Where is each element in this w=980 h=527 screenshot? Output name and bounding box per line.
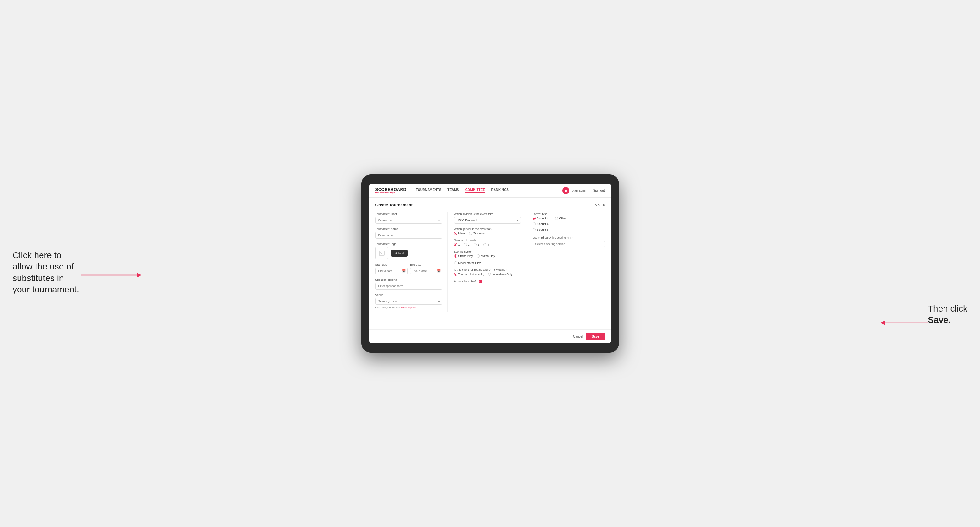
sign-out-link[interactable]: Sign out <box>593 189 605 192</box>
format-6count4-radio[interactable] <box>533 222 536 225</box>
logo-upload-area: Upload <box>375 247 442 259</box>
form-col-left: Tournament Host Tournament name Tourname… <box>375 212 448 313</box>
tournament-host-input[interactable] <box>375 217 442 224</box>
form-col-right: Format type 5 count 4 Other <box>533 212 605 313</box>
nav-tournaments[interactable]: TOURNAMENTS <box>416 188 441 193</box>
tournament-name-label: Tournament name <box>375 227 442 230</box>
nav-teams[interactable]: TEAMS <box>447 188 459 193</box>
logo-placeholder <box>375 247 388 259</box>
gender-womens[interactable]: Womens <box>469 232 485 235</box>
gender-label: Which gender is the event for? <box>454 227 521 230</box>
individuals-radio[interactable] <box>488 273 491 276</box>
format-6count4[interactable]: 6 count 4 <box>533 222 605 225</box>
cancel-button[interactable]: Cancel <box>573 335 583 338</box>
teams-radio[interactable] <box>454 273 457 276</box>
sponsor-input[interactable] <box>375 283 442 290</box>
rounds-1[interactable]: 1 <box>454 243 460 246</box>
page-title: Create Tournament <box>375 203 412 207</box>
scoring-match-radio[interactable] <box>477 254 480 257</box>
start-date-group: Start date 📅 <box>375 263 408 275</box>
venue-help: Can't find your venue? email support <box>375 306 442 309</box>
rounds-3[interactable]: 3 <box>474 243 479 246</box>
tournament-name-input[interactable] <box>375 232 442 239</box>
division-group: Which division is the event for? NCAA Di… <box>454 212 521 224</box>
start-date-wrapper: 📅 <box>375 268 408 275</box>
individuals-only[interactable]: Individuals Only <box>488 273 512 276</box>
logo-area: SCOREBOARD Powered by clippd <box>375 187 407 194</box>
rounds-2-radio[interactable] <box>464 243 467 246</box>
scoring-service-label: Use third-party live scoring API? <box>533 236 605 239</box>
venue-label: Venue <box>375 293 442 297</box>
end-date-label: End date <box>410 263 442 266</box>
annotation-right: Then click Save. <box>928 303 967 326</box>
substitutes-item: Allow substitutes? ✓ <box>454 279 521 283</box>
avatar: B <box>562 187 570 194</box>
teams-label: Is this event for Teams and/or Individua… <box>454 268 521 271</box>
scoring-label: Scoring system <box>454 250 521 253</box>
format-group: Format type 5 count 4 Other <box>533 212 605 231</box>
form-footer: Cancel Save <box>369 329 611 343</box>
page-header: Create Tournament < Back <box>375 203 605 207</box>
logo-powered: Powered by clippd <box>375 192 407 194</box>
format-6count5-radio[interactable] <box>533 228 536 231</box>
upload-button[interactable]: Upload <box>391 250 408 257</box>
gender-womens-radio[interactable] <box>469 232 472 235</box>
gender-radio-group: Mens Womens <box>454 232 521 235</box>
form-col-middle: Which division is the event for? NCAA Di… <box>454 212 526 313</box>
format-5count4[interactable]: 5 count 4 <box>533 217 549 220</box>
rounds-group: Number of rounds 1 2 <box>454 239 521 246</box>
scoring-medal-match[interactable]: Medal Match Play <box>454 261 481 264</box>
format-6count5[interactable]: 6 count 5 <box>533 228 605 231</box>
scoring-match[interactable]: Match Play <box>477 254 495 257</box>
email-support-link[interactable]: email support <box>401 306 416 309</box>
substitutes-checkbox[interactable]: ✓ <box>479 279 482 283</box>
scoring-service-input[interactable] <box>533 241 605 248</box>
back-button[interactable]: < Back <box>595 203 605 206</box>
scoring-group: Scoring system Stroke Play Match Play <box>454 250 521 264</box>
teams-group: Is this event for Teams and/or Individua… <box>454 268 521 276</box>
form-columns: Tournament Host Tournament name Tourname… <box>375 212 605 313</box>
format-options: 5 count 4 Other 6 count 4 <box>533 217 605 231</box>
tournament-host-group: Tournament Host <box>375 212 442 224</box>
venue-input[interactable] <box>375 298 442 305</box>
gender-mens[interactable]: Mens <box>454 232 465 235</box>
rounds-2[interactable]: 2 <box>464 243 470 246</box>
teams-plus-individuals[interactable]: Teams (+Individuals) <box>454 273 485 276</box>
rounds-1-radio[interactable] <box>454 243 457 246</box>
nav-links: TOURNAMENTS TEAMS COMMITTEE RANKINGS <box>416 188 562 193</box>
format-other-radio[interactable] <box>555 217 558 220</box>
svg-point-1 <box>380 252 381 253</box>
format-5count4-radio[interactable] <box>533 217 536 220</box>
scoring-service-group: Use third-party live scoring API? <box>533 236 605 248</box>
substitutes-label: Allow substitutes? <box>454 280 477 283</box>
tournament-logo-label: Tournament logo <box>375 243 442 246</box>
nav-right: B blair admin | Sign out <box>562 187 605 194</box>
end-date-wrapper: 📅 <box>410 268 442 275</box>
nav-bar: SCOREBOARD Powered by clippd TOURNAMENTS… <box>369 184 611 198</box>
end-date-group: End date 📅 <box>410 263 442 275</box>
division-select[interactable]: NCAA Division I <box>454 217 521 224</box>
tournament-logo-group: Tournament logo Upload <box>375 243 442 259</box>
date-row: Start date 📅 End date 📅 <box>375 263 442 275</box>
rounds-3-radio[interactable] <box>474 243 477 246</box>
scoring-stroke-radio[interactable] <box>454 254 457 257</box>
calendar-icon-end: 📅 <box>437 270 441 273</box>
save-button[interactable]: Save <box>586 333 605 340</box>
scoring-radio-group: Stroke Play Match Play Medal Match Play <box>454 254 521 264</box>
start-date-label: Start date <box>375 263 408 266</box>
gender-mens-radio[interactable] <box>454 232 457 235</box>
format-other[interactable]: Other <box>555 217 566 220</box>
tablet-screen: SCOREBOARD Powered by clippd TOURNAMENTS… <box>369 184 611 343</box>
scoring-medal-radio[interactable] <box>454 261 457 264</box>
gender-group: Which gender is the event for? Mens Wome… <box>454 227 521 235</box>
nav-committee[interactable]: COMMITTEE <box>465 188 485 193</box>
nav-rankings[interactable]: RANKINGS <box>492 188 509 193</box>
tournament-name-group: Tournament name <box>375 227 442 239</box>
logo-scoreboard: SCOREBOARD <box>375 187 407 192</box>
sponsor-label: Sponsor (optional) <box>375 278 442 281</box>
scoring-stroke[interactable]: Stroke Play <box>454 254 473 257</box>
tournament-host-label: Tournament Host <box>375 212 442 216</box>
rounds-4[interactable]: 4 <box>483 243 489 246</box>
nav-username: blair admin <box>572 189 587 192</box>
rounds-4-radio[interactable] <box>483 243 487 246</box>
